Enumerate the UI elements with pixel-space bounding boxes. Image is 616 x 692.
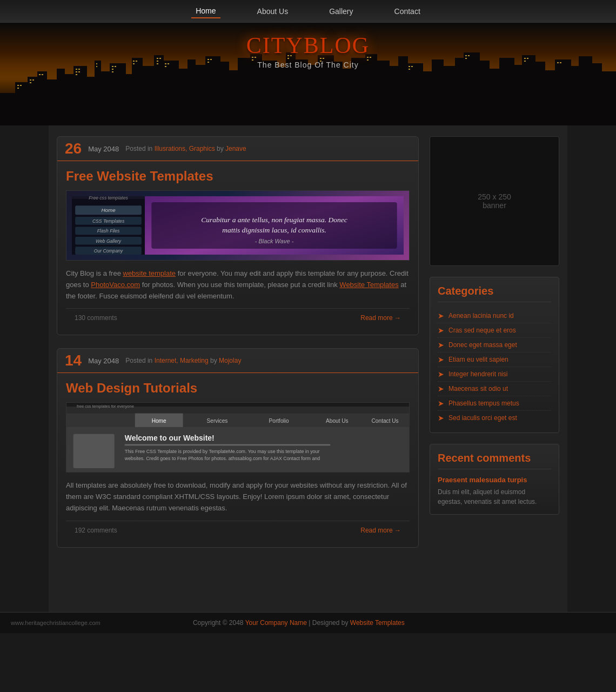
svg-rect-33 <box>342 69 352 125</box>
category-link[interactable]: Sed iaculis orci eget est <box>448 414 517 422</box>
post-2-author-link[interactable]: Mojolay <box>219 357 241 364</box>
recent-comments-heading: Recent comments <box>438 452 551 469</box>
svg-rect-5 <box>46 79 58 125</box>
arrow-icon: ➤ <box>438 399 444 408</box>
post-1-link-1[interactable]: website template <box>123 269 176 277</box>
post-2-text: All templates are absolutely free to dow… <box>66 480 410 514</box>
svg-rect-57 <box>17 85 19 86</box>
post-1-author-link[interactable]: Jenave <box>225 145 246 152</box>
post-1-title: Free Website Templates <box>66 169 410 184</box>
svg-text:websites. Credit goes to Free : websites. Credit goes to Free Photos for… <box>124 456 320 461</box>
post-2-read-more[interactable]: Read more <box>360 527 401 534</box>
svg-rect-109 <box>524 61 526 62</box>
svg-rect-110 <box>557 62 559 63</box>
svg-rect-53 <box>570 66 580 125</box>
category-link[interactable]: Aenean lacinia nunc id <box>448 312 514 320</box>
svg-text:Home: Home <box>101 207 116 213</box>
footer-copyright: Copyright © 2048 <box>193 619 244 627</box>
svg-rect-54 <box>579 56 592 125</box>
post-1-link-2[interactable]: PhotoVaco.com <box>91 281 140 289</box>
sidebar-category-item: ➤Cras sed neque et eros <box>438 323 551 338</box>
svg-rect-36 <box>376 61 390 125</box>
post-1-image-mock: Website Free css templates Home CSS Temp… <box>66 191 409 260</box>
svg-text:- Black Wave -: - Black Wave - <box>255 238 294 244</box>
svg-rect-68 <box>76 74 77 75</box>
category-link[interactable]: Cras sed neque et eros <box>448 327 516 334</box>
site-header: CITYBLOG The Best Blog Of The City <box>0 23 616 125</box>
recent-comments-section: Recent comments Praesent malesuada turpi… <box>430 444 559 515</box>
svg-text:Welcome to our Website!: Welcome to our Website! <box>125 434 215 443</box>
nav-contact[interactable]: Contact <box>390 5 425 18</box>
svg-rect-69 <box>78 71 80 72</box>
svg-rect-61 <box>32 79 34 81</box>
category-link[interactable]: Maecenas sit odio ut <box>448 385 508 392</box>
footer-company-link[interactable]: Your Company Name <box>245 619 307 627</box>
sidebar-category-item: ➤Integer hendrerit nisi <box>438 367 551 382</box>
svg-rect-74 <box>112 69 113 70</box>
svg-rect-29 <box>294 59 308 125</box>
svg-text:Portfolio: Portfolio <box>269 418 290 424</box>
nav-about[interactable]: About Us <box>253 5 293 18</box>
svg-rect-41 <box>432 59 444 125</box>
svg-rect-103 <box>409 69 410 70</box>
svg-rect-17 <box>163 61 179 125</box>
svg-rect-75 <box>112 71 113 72</box>
svg-rect-1 <box>0 93 16 125</box>
svg-rect-63 <box>39 74 41 75</box>
svg-rect-15 <box>142 66 155 125</box>
svg-text:CSS Templates: CSS Templates <box>92 218 125 224</box>
svg-rect-55 <box>591 63 602 125</box>
post-2-category-link[interactable]: Internet, Marketing <box>155 357 209 364</box>
post-1-comments: 130 comments <box>75 314 117 322</box>
svg-rect-82 <box>157 63 158 64</box>
category-link[interactable]: Etiam eu velit sapien <box>448 356 508 363</box>
post-2-comments: 192 comments <box>75 527 117 534</box>
svg-text:This Free CSS Template is prov: This Free CSS Template is provided by Te… <box>125 449 320 455</box>
svg-rect-100 <box>367 59 369 61</box>
nav-gallery[interactable]: Gallery <box>325 5 357 18</box>
post-2-meta: Posted in Internet, Marketing by Mojolay <box>125 357 241 364</box>
svg-rect-84 <box>168 63 169 64</box>
svg-rect-64 <box>42 74 43 75</box>
svg-rect-76 <box>133 61 135 62</box>
arrow-icon: ➤ <box>438 355 444 364</box>
svg-text:Curabitur a ante tellus, non f: Curabitur a ante tellus, non feugiat mas… <box>201 216 347 224</box>
svg-rect-73 <box>115 66 116 67</box>
svg-rect-20 <box>195 65 206 125</box>
sidebar-banner: 250 x 250banner <box>430 136 559 266</box>
recent-comment-body: Duis mi elit, aliquet id euismod egestas… <box>438 487 551 507</box>
svg-rect-14 <box>132 58 143 125</box>
post-1-category-link[interactable]: Illusrations, Graphics <box>155 145 215 152</box>
arrow-icon: ➤ <box>438 311 444 320</box>
category-link[interactable]: Donec eget massa eget <box>448 341 517 349</box>
svg-rect-43 <box>455 58 465 125</box>
svg-rect-102 <box>411 66 413 67</box>
post-1-meta: Posted in Illusrations, Graphics by Jena… <box>125 145 246 152</box>
post-1-text: City Blog is a free website template for… <box>66 268 410 302</box>
svg-rect-99 <box>370 57 371 58</box>
sidebar-category-item: ➤Etiam eu velit sapien <box>438 352 551 367</box>
footer-separator: | Designed by <box>309 619 350 627</box>
svg-text:Home: Home <box>152 418 166 424</box>
post-1-link-3[interactable]: Website Templates <box>339 281 398 289</box>
svg-rect-58 <box>20 85 22 86</box>
svg-rect-70 <box>96 63 97 64</box>
category-link[interactable]: Integer hendrerit nisi <box>448 370 507 378</box>
arrow-icon: ➤ <box>438 384 444 393</box>
post-1-read-more[interactable]: Read more <box>360 314 401 322</box>
svg-rect-150 <box>125 444 330 446</box>
post-1-month: May 2048 <box>88 145 119 153</box>
nav-home[interactable]: Home <box>191 4 220 18</box>
post-2-image: Metal Feel free css templates for everyo… <box>66 402 410 473</box>
category-link[interactable]: Phasellus tempus metus <box>448 400 519 407</box>
post-1-image: Website Free css templates Home CSS Temp… <box>66 190 410 261</box>
sidebar-category-item: ➤Phasellus tempus metus <box>438 396 551 411</box>
categories-list: ➤Aenean lacinia nunc id➤Cras sed neque e… <box>438 309 551 425</box>
svg-text:About Us: About Us <box>326 418 349 424</box>
svg-text:Services: Services <box>207 418 228 424</box>
footer-designed-by-link[interactable]: Website Templates <box>350 619 405 627</box>
svg-rect-66 <box>78 69 80 70</box>
svg-text:Flash Files: Flash Files <box>97 229 120 234</box>
post-2-title: Web Design Tutorials <box>66 381 410 396</box>
svg-rect-39 <box>407 63 423 125</box>
